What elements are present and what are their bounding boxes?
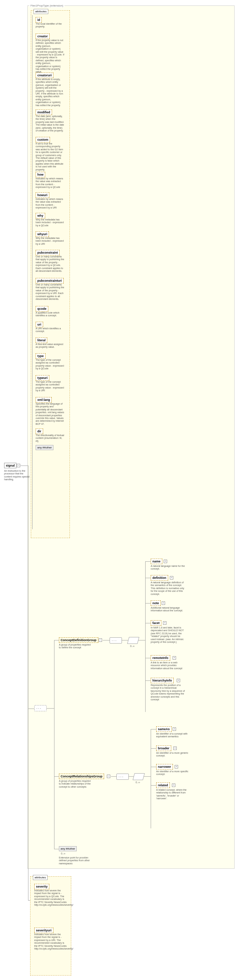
any-other-occ: 0..∞ xyxy=(61,852,65,855)
cdg-desc: A group of properties required to define… xyxy=(59,644,93,649)
expand-icon[interactable]: + xyxy=(164,560,167,563)
extension-label: Flex1PropType (extension) xyxy=(29,4,64,7)
crg-narrower-desc: An identifier of a more specific concept… xyxy=(156,770,191,776)
attr-creator-desc: If the property value is not defined, sp… xyxy=(36,39,64,73)
attr-whyuri[interactable]: whyuri xyxy=(36,231,49,237)
connector xyxy=(145,658,151,658)
cdg-definition[interactable]: definition xyxy=(151,575,168,581)
attr-creatoruri-desc: If the attribute is empty, specifies whi… xyxy=(36,78,64,107)
connector xyxy=(151,729,156,729)
attr-spine xyxy=(32,15,33,529)
expand-icon[interactable]: − xyxy=(17,464,20,467)
cdg-choice xyxy=(127,637,139,644)
attr-literal-desc: A free-text value assigned as property v… xyxy=(36,343,64,349)
attr-uri-desc: A URI which identifies a concept. xyxy=(36,327,64,333)
connector xyxy=(54,776,59,777)
connector xyxy=(151,748,156,749)
attr-pubconstraint[interactable]: pubconstraint xyxy=(36,250,60,255)
attr-dir[interactable]: dir xyxy=(36,428,43,434)
attr-howuri-desc: Indicates by which means the value was e… xyxy=(36,198,64,210)
cdg-name-desc: A natural language name for the concept. xyxy=(151,565,185,571)
cdg-definition-desc: A natural language definition of the sem… xyxy=(151,581,185,596)
attr-creator[interactable]: creator xyxy=(36,33,50,39)
connector xyxy=(28,708,29,900)
attr-why-desc: Why the metadata has been included - exp… xyxy=(36,218,64,227)
cdg-hierarchyinfo[interactable]: hierarchyInfo xyxy=(151,678,173,683)
crg-narrower[interactable]: narrower xyxy=(156,764,173,770)
attr-qcode-desc: A qualified code which identifies a conc… xyxy=(36,312,64,317)
any-other-attr: any ##other xyxy=(36,445,53,450)
attr-uri[interactable]: uri xyxy=(36,322,43,327)
attr-how-desc: Indicates by which means the value was e… xyxy=(36,177,64,189)
concept-relationships-group[interactable]: ConceptRelationshipsGroup xyxy=(59,773,104,779)
attr-literal[interactable]: literal xyxy=(36,337,47,343)
expand-icon[interactable]: − xyxy=(107,775,110,778)
attr-why[interactable]: why xyxy=(36,213,45,218)
attr-custom[interactable]: custom xyxy=(36,137,50,142)
connector xyxy=(151,767,156,767)
expand-icon[interactable]: − xyxy=(99,638,102,642)
attr-typeuri[interactable]: typeuri xyxy=(36,375,49,381)
concept-definition-group[interactable]: ConceptDefinitionGroup xyxy=(59,637,98,643)
connector xyxy=(21,466,28,466)
attr-how[interactable]: how xyxy=(36,172,45,177)
expand-icon[interactable]: + xyxy=(177,679,180,682)
attr-xmllang-desc: Specifies the language of this property … xyxy=(36,402,64,425)
attr-qcode[interactable]: qcode xyxy=(36,306,48,312)
attr-typeuri-desc: The type of the concept assigned as cont… xyxy=(36,381,64,392)
attr-xmllang[interactable]: xml:lang xyxy=(36,397,52,402)
cdg-occ: 0..∞ xyxy=(130,645,135,647)
connector xyxy=(144,776,151,777)
attr-severity[interactable]: severity xyxy=(34,884,49,889)
attr-header: attributes xyxy=(33,9,48,14)
connector xyxy=(145,562,146,712)
connector xyxy=(145,681,151,681)
expand-icon[interactable]: + xyxy=(173,656,176,660)
connector xyxy=(129,776,134,777)
attr-whyuri-desc: Why the metadata has been included - exp… xyxy=(36,237,64,245)
crg-occ: 0..∞ xyxy=(136,781,140,784)
attr-type-desc: The type of the concept assigned as cont… xyxy=(36,359,64,371)
attr-type[interactable]: type xyxy=(36,353,46,359)
attr-pubconstrainturi[interactable]: pubconstrainturi xyxy=(36,278,64,283)
connector xyxy=(28,708,34,709)
attr-creatoruri[interactable]: creatoruri xyxy=(36,73,53,78)
crg-broader[interactable]: broader xyxy=(156,746,171,751)
attr-howuri[interactable]: howuri xyxy=(36,192,49,198)
expand-icon[interactable]: + xyxy=(162,601,165,605)
cdg-facet[interactable]: facet xyxy=(151,620,161,626)
expand-icon[interactable]: + xyxy=(175,765,178,768)
cdg-remoteinfo[interactable]: remoteInfo xyxy=(151,655,170,661)
cdg-note-desc: Additional natural language information … xyxy=(151,606,185,612)
attr-modified-desc: The date (and, optionally, the time) whe… xyxy=(36,115,64,132)
attr-id[interactable]: id xyxy=(36,17,42,22)
attr-pubconstraint-desc: One or many constraints that apply to pu… xyxy=(36,255,64,272)
cdg-note[interactable]: note xyxy=(151,600,161,606)
cdg-name[interactable]: name xyxy=(151,558,162,564)
attr-severityuri[interactable]: severityuri xyxy=(34,928,53,933)
expand-icon[interactable]: + xyxy=(172,784,175,787)
attr-custom-desc: If set to true the corresponding propert… xyxy=(36,142,64,171)
crg-related[interactable]: related xyxy=(156,783,170,788)
connector xyxy=(111,776,116,777)
attr-modified[interactable]: modified xyxy=(36,110,52,115)
root-signal[interactable]: signal xyxy=(4,463,16,468)
connector xyxy=(54,640,54,849)
main-sequence xyxy=(34,705,46,711)
expand-icon[interactable]: + xyxy=(170,576,173,579)
crg-sameas[interactable]: sameAs xyxy=(156,726,172,732)
crg-broader-desc: An identifier of a more generic concept. xyxy=(156,752,191,757)
crg-choice xyxy=(132,773,145,780)
expand-icon[interactable]: + xyxy=(163,621,167,625)
attr-id-desc: The local identifier of the property. xyxy=(36,22,64,29)
expand-icon[interactable]: + xyxy=(173,746,177,750)
crg-sameas-desc: An identifier of a concept with equivale… xyxy=(156,732,191,738)
attr-severityuri-desc: Indicates how severe the impact from the… xyxy=(34,933,67,950)
root-desc: An instruction to the processor that the… xyxy=(4,469,32,481)
connector xyxy=(54,849,59,849)
attr-dir-desc: The directionality of textual content (e… xyxy=(36,434,64,442)
attr-pubconstrainturi-desc: One or many constraints that apply to pu… xyxy=(36,283,64,301)
expand-icon[interactable]: + xyxy=(173,727,176,731)
connector xyxy=(145,578,151,578)
connector xyxy=(28,900,30,900)
